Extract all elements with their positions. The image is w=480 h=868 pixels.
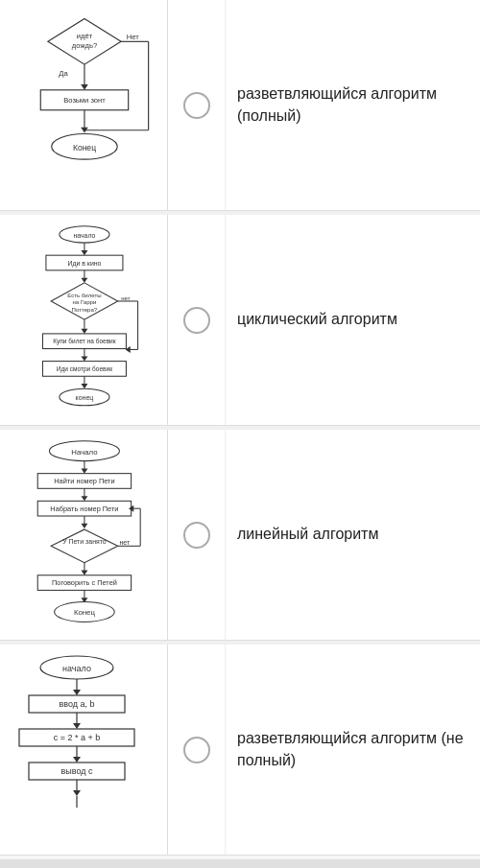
svg-text:Иди в кино: Иди в кино (67, 259, 101, 267)
svg-text:Возьми зонт: Возьми зонт (63, 96, 106, 105)
answer-panel-4: разветвляющийся алгоритм (не полный) (226, 645, 480, 855)
radio-panel-2[interactable] (168, 215, 226, 425)
svg-text:Иди смотри боевик: Иди смотри боевик (56, 365, 111, 373)
svg-text:ввод a, b: ввод a, b (59, 699, 94, 709)
svg-text:Да: Да (59, 68, 68, 77)
bottom-bar: Бон (0, 859, 480, 868)
radio-button-4[interactable] (183, 737, 210, 763)
answer-panel-3: линейный алгоритм (226, 430, 480, 640)
flowchart-panel-1: идёт дождь? Нет Да Возьми зонт (0, 0, 168, 210)
radio-button-2[interactable] (183, 307, 210, 334)
svg-text:нет: нет (119, 539, 130, 546)
svg-marker-36 (81, 356, 87, 361)
svg-text:вывод c: вывод c (60, 766, 92, 776)
radio-panel-1[interactable] (168, 0, 226, 210)
svg-marker-23 (81, 277, 87, 282)
svg-text:Найти номер Пети: Найти номер Пети (54, 477, 114, 485)
svg-text:на Гарри: на Гарри (72, 298, 96, 305)
flowchart-svg-3: Начало Найти номер Пети Набрать номер Пе… (10, 439, 158, 631)
svg-text:Поговорить с Петей: Поговорить с Петей (51, 578, 116, 587)
answer-text-2: циклический алгоритм (237, 309, 397, 330)
answer-panel-2: циклический алгоритм (226, 215, 480, 425)
svg-text:У Пети занято: У Пети занято (62, 537, 107, 544)
svg-text:идёт: идёт (76, 32, 92, 40)
radio-panel-3[interactable] (168, 430, 226, 640)
flowchart-panel-2: начало Иди в кино Есть билеты на Гарри П… (0, 215, 168, 425)
svg-text:Начало: Начало (71, 447, 98, 456)
radio-button-3[interactable] (183, 522, 210, 549)
quiz-row: начало Иди в кино Есть билеты на Гарри П… (0, 215, 480, 426)
svg-marker-83 (73, 757, 81, 762)
svg-text:c = 2 * a + b: c = 2 * a + b (53, 733, 100, 742)
svg-marker-52 (81, 496, 87, 501)
quiz-container: идёт дождь? Нет Да Возьми зонт (0, 0, 480, 856)
radio-button-1[interactable] (183, 92, 210, 119)
svg-marker-65 (81, 570, 87, 575)
svg-marker-57 (51, 528, 118, 562)
svg-marker-42 (81, 384, 87, 388)
quiz-row: начало ввод a, b c = 2 * a + b вывод c (0, 645, 480, 856)
flowchart-panel-3: Начало Найти номер Пети Набрать номер Пе… (0, 430, 168, 640)
svg-text:конец: конец (75, 394, 93, 402)
flowchart-svg-4: начало ввод a, b c = 2 * a + b вывод c (10, 654, 158, 846)
svg-marker-87 (73, 790, 81, 796)
svg-text:Нет: Нет (126, 33, 138, 41)
svg-marker-48 (81, 468, 87, 473)
svg-marker-75 (73, 690, 81, 695)
svg-text:нет: нет (121, 294, 131, 301)
svg-text:дождь?: дождь? (71, 40, 96, 49)
svg-text:Конец: Конец (73, 608, 95, 617)
svg-marker-6 (81, 84, 88, 90)
svg-marker-30 (81, 328, 87, 333)
answer-text-3: линейный алгоритм (237, 524, 378, 545)
flowchart-svg-2: начало Иди в кино Есть билеты на Гарри П… (10, 224, 158, 416)
svg-text:начало: начало (62, 664, 91, 673)
svg-text:Купи билет на боевик: Купи билет на боевик (53, 338, 116, 345)
svg-text:Поттера?: Поттера? (71, 306, 97, 313)
answer-text-1: разветвляющийся алгоритм (полный) (237, 83, 468, 127)
svg-marker-56 (81, 523, 87, 528)
svg-text:Конец: Конец (72, 142, 95, 152)
quiz-row: идёт дождь? Нет Да Возьми зонт (0, 0, 480, 211)
flowchart-panel-4: начало ввод a, b c = 2 * a + b вывод c (0, 645, 168, 855)
radio-panel-4[interactable] (168, 645, 226, 855)
svg-marker-79 (73, 723, 81, 729)
flowchart-svg-1: идёт дождь? Нет Да Возьми зонт (10, 10, 158, 201)
answer-panel-1: разветвляющийся алгоритм (полный) (226, 0, 480, 210)
answer-text-4: разветвляющийся алгоритм (не полный) (237, 728, 468, 771)
svg-text:Есть билеты: Есть билеты (67, 291, 101, 297)
svg-text:начало: начало (73, 231, 95, 238)
svg-text:Набрать номер Пети: Набрать номер Пети (50, 504, 118, 512)
svg-marker-19 (81, 249, 87, 254)
quiz-row: Начало Найти номер Пети Набрать номер Пе… (0, 430, 480, 641)
